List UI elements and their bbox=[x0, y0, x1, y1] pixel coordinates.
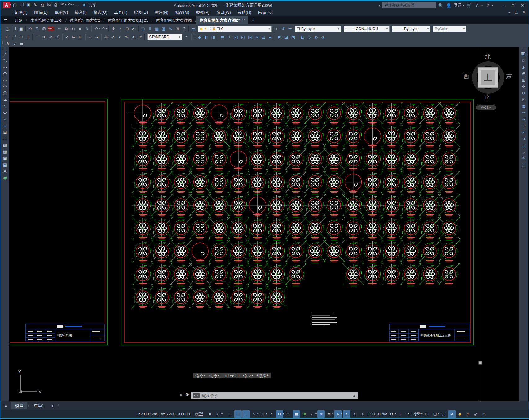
toolbar-grip[interactable] bbox=[194, 34, 195, 39]
move-faces-icon[interactable]: ✛ bbox=[226, 34, 233, 40]
dim-style-icon[interactable]: ⌯ bbox=[183, 34, 190, 40]
save-as-icon[interactable]: ✎ bbox=[32, 2, 39, 8]
layout-tab-model[interactable]: 模型 bbox=[11, 402, 27, 409]
layout-tabs-menu-icon[interactable]: ≡ bbox=[5, 403, 7, 408]
erase-icon[interactable]: ⌦ bbox=[520, 51, 528, 57]
qat-customize-icon[interactable]: ⌄ bbox=[74, 2, 81, 8]
polygon-icon[interactable]: ⬠ bbox=[1, 70, 9, 77]
grid-display-toggle[interactable]: # bbox=[206, 410, 214, 418]
autosnap-angle-toggle[interactable]: ∠ bbox=[268, 410, 275, 418]
insert-block-icon[interactable]: ⧈ bbox=[1, 122, 9, 129]
point-icon[interactable]: ∴ bbox=[1, 135, 9, 142]
viewcube-top-face[interactable]: 上 bbox=[478, 67, 498, 88]
menu-参数P[interactable]: 参数(P) bbox=[193, 9, 213, 16]
break-at-point-icon[interactable]: ⊣ bbox=[520, 122, 528, 129]
viewcube[interactable]: 北 南 西 东 上 WCS ▾ bbox=[468, 53, 509, 115]
viewcube-east[interactable]: 东 bbox=[506, 73, 512, 81]
designcenter-icon[interactable]: ⫴ bbox=[147, 26, 153, 32]
plot-preview-icon[interactable]: ⌻ bbox=[34, 26, 41, 32]
share-icon-label[interactable]: 共享 bbox=[88, 2, 96, 8]
subtract-icon[interactable]: ◧ bbox=[203, 34, 210, 40]
layer-dropdown[interactable]: ☀ ⛶ 0 ▾ bbox=[198, 26, 272, 32]
doc-restore-button[interactable]: ❐ bbox=[515, 10, 518, 15]
diameter-dimension-icon[interactable]: ⊘ bbox=[47, 34, 54, 40]
object-snap-toggle[interactable]: ⊡ bbox=[276, 410, 283, 418]
file-tabs-menu-icon[interactable]: ≡ bbox=[4, 17, 7, 24]
dimension-text-edit-icon[interactable]: ∡ bbox=[130, 34, 137, 40]
ucs-icon-toggle[interactable]: ⟰ bbox=[317, 410, 325, 418]
model-space-button[interactable]: 模型 bbox=[195, 411, 203, 417]
drawing-canvas[interactable]: 网架材料表网架螺栓球加工示意图Y✕ bbox=[10, 47, 528, 401]
create-block-icon[interactable]: ⊞ bbox=[1, 129, 9, 135]
signin-button[interactable]: 登录 bbox=[454, 2, 462, 8]
jogged-dimension-icon[interactable]: ≋ bbox=[41, 34, 47, 40]
command-close-icon[interactable]: ✕ bbox=[179, 393, 183, 397]
close-button[interactable]: ✕ bbox=[518, 2, 527, 8]
dynamic-ucs-toggle[interactable]: ⋏ bbox=[351, 410, 358, 418]
toolbar-grip[interactable] bbox=[2, 26, 2, 31]
selection-cycling-toggle-caret[interactable]: ▾ bbox=[332, 413, 333, 415]
linetype-dropdown-caret[interactable]: ▾ bbox=[386, 27, 388, 30]
graphics-performance-icon[interactable]: ◆ bbox=[456, 410, 464, 418]
autodesk-a-icon[interactable]: A bbox=[474, 3, 480, 8]
layer-properties-icon[interactable]: ≣ bbox=[190, 26, 197, 32]
edit-text-icon[interactable]: ✎ bbox=[5, 41, 11, 47]
radius-dimension-icon[interactable]: ⌒ bbox=[34, 34, 41, 40]
command-prompt-icon[interactable]: >_▾ bbox=[193, 393, 200, 398]
help-icon[interactable]: ? bbox=[181, 26, 187, 32]
zoom-previous-icon[interactable]: ⤺ bbox=[130, 26, 137, 32]
stretch-icon[interactable]: ⧄ bbox=[520, 103, 528, 109]
copy-icon[interactable]: ⧉ bbox=[520, 57, 528, 64]
revision-cloud-icon[interactable]: ☁ bbox=[1, 96, 9, 103]
undo-icon-caret[interactable]: ▾ bbox=[65, 3, 66, 6]
menu-格式O[interactable]: 格式(O) bbox=[90, 9, 111, 16]
lock-ui-toggle-caret[interactable]: ▾ bbox=[315, 413, 317, 415]
ordinate-dimension-icon[interactable]: ⊥ bbox=[24, 34, 31, 40]
file-tab[interactable]: 体育馆平面方案2 bbox=[67, 16, 103, 24]
viewcube-north[interactable]: 北 bbox=[485, 53, 491, 61]
color-edges-icon[interactable]: ◪ bbox=[283, 34, 290, 40]
chamfer-icon[interactable]: ◿ bbox=[520, 142, 528, 148]
circle-icon[interactable]: ◯ bbox=[1, 90, 9, 96]
object-snap-tracking-toggle[interactable]: ⋏ bbox=[343, 410, 350, 418]
help-icon[interactable]: ? bbox=[485, 3, 491, 8]
lineweight-dropdown[interactable]: ByLayer ▾ bbox=[392, 26, 430, 32]
open-from-web-icon[interactable]: ⎗ bbox=[39, 2, 46, 8]
object-snap-toggle-caret[interactable]: ▾ bbox=[283, 413, 284, 415]
scale-icon[interactable]: ⊡ bbox=[520, 96, 528, 103]
continue-dimension-icon[interactable]: ⊪ bbox=[77, 34, 84, 40]
fillet-icon[interactable]: ◞ bbox=[520, 148, 528, 155]
command-expand-icon[interactable]: ▲ bbox=[353, 394, 356, 397]
menu-Express[interactable]: Express bbox=[255, 9, 276, 16]
shell-icon[interactable]: ⬖ bbox=[313, 34, 320, 40]
explode-icon[interactable]: ⬚ bbox=[520, 161, 528, 168]
app-logo-icon[interactable]: A bbox=[3, 2, 10, 8]
lock-ui-toggle[interactable]: ⌐ bbox=[309, 410, 316, 418]
app-store-cart-icon[interactable]: 🛒 bbox=[466, 3, 472, 8]
dimension-space-icon[interactable]: ≑ bbox=[86, 34, 93, 40]
extend-icon[interactable]: ⇥ bbox=[520, 116, 528, 122]
minimize-button[interactable]: – bbox=[500, 2, 508, 8]
break-icon[interactable]: ⌿ bbox=[520, 129, 528, 135]
copy-clip-icon[interactable]: ⧉ bbox=[63, 26, 70, 32]
imprint-icon[interactable]: ⬔ bbox=[290, 34, 297, 40]
save-icon[interactable]: ▣ bbox=[18, 26, 24, 32]
zoom-realtime-icon[interactable]: ± bbox=[117, 26, 124, 32]
dynamic-input-toggle[interactable]: ＋ bbox=[234, 410, 242, 418]
doc-minimize-button[interactable]: – bbox=[508, 10, 510, 15]
rotate-icon[interactable]: ⟳ bbox=[520, 90, 528, 96]
blend-curves-icon[interactable]: ∿ bbox=[520, 155, 528, 161]
pan-icon[interactable]: ✛ bbox=[110, 26, 117, 32]
toolbar-grip[interactable] bbox=[521, 49, 526, 50]
center-mark-icon[interactable]: ⊙ bbox=[109, 34, 116, 40]
polar-tracking-toggle-caret[interactable]: ▾ bbox=[257, 413, 258, 415]
extrude-faces-icon[interactable]: ⬒ bbox=[219, 34, 226, 40]
save-icon[interactable]: ▣ bbox=[25, 2, 32, 8]
redo-icon-caret[interactable]: ▾ bbox=[106, 27, 107, 30]
autodesk-caret[interactable]: ▾ bbox=[481, 4, 483, 7]
spline-icon[interactable]: ∿ bbox=[1, 103, 9, 109]
clean-icon[interactable]: ⬕ bbox=[299, 34, 306, 40]
match-properties-icon[interactable]: ⌯ bbox=[77, 26, 83, 32]
dimstyle-caret[interactable]: ▾ bbox=[179, 35, 180, 38]
units-ruler-icon[interactable]: ⌤ bbox=[405, 410, 412, 418]
